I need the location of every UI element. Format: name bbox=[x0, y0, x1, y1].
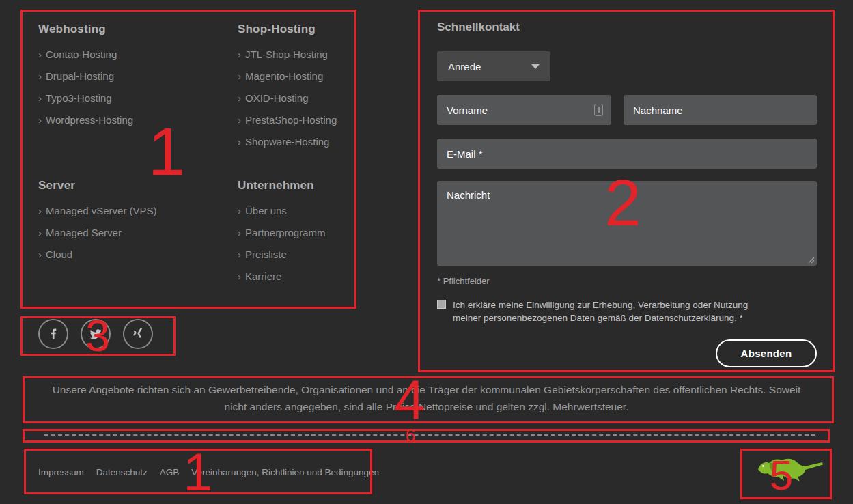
form-title: Schnellkontakt bbox=[437, 20, 817, 34]
xing-icon bbox=[131, 327, 145, 341]
first-name-input[interactable] bbox=[437, 95, 611, 125]
chevron-right-icon: › bbox=[38, 249, 42, 260]
resize-handle-icon[interactable] bbox=[808, 257, 815, 264]
chevron-right-icon: › bbox=[38, 114, 42, 126]
nav-link[interactable]: ›Managed Server bbox=[38, 226, 223, 239]
social-icons-bar bbox=[38, 319, 153, 349]
legal-link-datenschutz[interactable]: Datenschutz bbox=[96, 467, 148, 477]
legal-link-impressum[interactable]: Impressum bbox=[38, 467, 84, 477]
nav-link[interactable]: ›Wordpress-Hosting bbox=[38, 113, 223, 126]
quick-contact-form: Schnellkontakt Anrede * Pflichtfelder Ic… bbox=[437, 20, 817, 324]
nav-column-unternehmen: Unternehmen ›Über uns ›Partnerprogramm ›… bbox=[238, 179, 422, 292]
privacy-policy-link[interactable]: Datenschutzerklärung bbox=[645, 313, 734, 323]
page-footer: Webhosting ›Contao-Hosting ›Drupal-Hosti… bbox=[0, 0, 853, 504]
column-title: Webhosting bbox=[38, 23, 223, 36]
nav-link[interactable]: ›PrestaShop-Hosting bbox=[238, 113, 422, 126]
nav-link[interactable]: ›Contao-Hosting bbox=[38, 48, 223, 61]
chevron-right-icon: › bbox=[238, 205, 241, 216]
nav-link[interactable]: ›Typo3-Hosting bbox=[38, 92, 223, 104]
consent-text: Ich erkläre meine Einwilligung zur Erheb… bbox=[453, 298, 769, 324]
chevron-right-icon: › bbox=[238, 48, 241, 60]
running-dog-logo[interactable] bbox=[756, 455, 824, 486]
chevron-right-icon: › bbox=[238, 270, 241, 282]
nav-link[interactable]: ›Karriere bbox=[238, 270, 422, 283]
submit-button[interactable]: Absenden bbox=[716, 339, 817, 367]
nav-link[interactable]: ›JTL-Shop-Hosting bbox=[238, 48, 422, 61]
nav-link[interactable]: ›Managed vServer (VPS) bbox=[38, 204, 223, 217]
chevron-right-icon: › bbox=[238, 249, 241, 260]
message-textarea[interactable] bbox=[437, 181, 817, 266]
chevron-right-icon: › bbox=[238, 136, 241, 148]
facebook-button[interactable] bbox=[38, 319, 68, 349]
chevron-right-icon: › bbox=[238, 114, 241, 126]
nav-column-webhosting: Webhosting ›Contao-Hosting ›Drupal-Hosti… bbox=[38, 23, 223, 135]
nav-column-server: Server ›Managed vServer (VPS) ›Managed S… bbox=[38, 179, 223, 270]
legal-link-agb[interactable]: AGB bbox=[160, 467, 180, 477]
chevron-right-icon: › bbox=[38, 70, 42, 82]
facebook-icon bbox=[46, 327, 60, 341]
consent-row: Ich erkläre meine Einwilligung zur Erheb… bbox=[437, 298, 769, 324]
legal-links-bar: Impressum Datenschutz AGB Vereinbarungen… bbox=[38, 467, 379, 477]
email-input[interactable] bbox=[437, 139, 817, 169]
dashed-divider bbox=[44, 434, 815, 436]
annotation-label-6: 6 bbox=[405, 427, 415, 445]
chevron-down-icon bbox=[531, 64, 540, 69]
disclaimer-text: Unsere Angebote richten sich an Gewerbet… bbox=[41, 381, 812, 415]
autofill-icon[interactable] bbox=[594, 104, 603, 116]
twitter-button[interactable] bbox=[81, 319, 111, 349]
nav-link[interactable]: ›Über uns bbox=[238, 204, 422, 217]
annotation-box-6 bbox=[23, 429, 830, 443]
last-name-input[interactable] bbox=[624, 95, 817, 125]
column-title: Unternehmen bbox=[238, 179, 422, 193]
nav-link[interactable]: ›Preisliste bbox=[238, 248, 422, 261]
salutation-select[interactable]: Anrede bbox=[437, 51, 550, 81]
nav-link[interactable]: ›Shopware-Hosting bbox=[238, 135, 422, 148]
chevron-right-icon: › bbox=[38, 205, 42, 216]
nav-link[interactable]: ›Partnerprogramm bbox=[238, 226, 422, 239]
nav-link[interactable]: ›Magento-Hosting bbox=[238, 70, 422, 83]
chevron-right-icon: › bbox=[38, 227, 42, 238]
nav-link[interactable]: ›Cloud bbox=[38, 248, 223, 261]
xing-button[interactable] bbox=[123, 319, 153, 349]
running-dog-icon bbox=[756, 455, 824, 484]
salutation-value: Anrede bbox=[448, 61, 481, 72]
nav-link[interactable]: ›OXID-Hosting bbox=[238, 92, 422, 104]
twitter-icon bbox=[89, 327, 102, 341]
column-title: Server bbox=[38, 179, 223, 193]
column-title: Shop-Hosting bbox=[238, 23, 422, 36]
chevron-right-icon: › bbox=[238, 70, 241, 82]
required-fields-note: * Pflichtfelder bbox=[437, 276, 817, 286]
chevron-right-icon: › bbox=[238, 227, 241, 238]
nav-column-shop-hosting: Shop-Hosting ›JTL-Shop-Hosting ›Magento-… bbox=[238, 23, 422, 157]
chevron-right-icon: › bbox=[38, 48, 42, 60]
legal-link-vereinbarungen[interactable]: Vereinbarungen, Richtlinien und Bedingun… bbox=[191, 467, 379, 477]
consent-checkbox[interactable] bbox=[437, 300, 446, 309]
nav-link[interactable]: ›Drupal-Hosting bbox=[38, 70, 223, 83]
chevron-right-icon: › bbox=[238, 92, 241, 104]
chevron-right-icon: › bbox=[38, 92, 42, 104]
